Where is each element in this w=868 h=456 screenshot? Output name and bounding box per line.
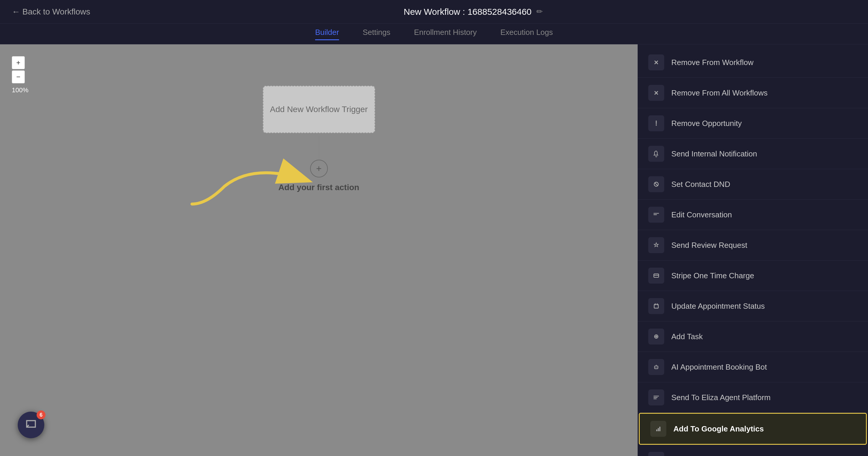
svg-point-28: [656, 367, 657, 368]
remove-from-all-workflows-icon: [648, 85, 664, 101]
sidebar-item-ai-appointment-booking-bot[interactable]: AI Appointment Booking Bot: [638, 352, 868, 382]
chat-badge: 6: [37, 410, 45, 419]
svg-rect-34: [659, 427, 661, 431]
top-nav: ← Back to Workflows New Workflow : 16885…: [0, 0, 868, 24]
remove-from-workflow-icon: [648, 54, 664, 70]
svg-rect-33: [658, 428, 659, 431]
connector-line: [319, 136, 319, 159]
stripe-one-time-charge-icon: [648, 267, 664, 284]
sidebar-item-send-internal-notification[interactable]: Send Internal Notification: [638, 139, 868, 169]
send-review-request-icon: [648, 237, 664, 253]
edit-conversation-icon: [648, 207, 664, 223]
sidebar-item-remove-from-all-workflows[interactable]: Remove From All Workflows: [638, 78, 868, 108]
trigger-label: Add New Workflow Trigger: [270, 105, 368, 114]
chat-widget[interactable]: 6: [18, 411, 44, 438]
send-internal-notification-icon: [648, 146, 664, 162]
workflow-title: New Workflow : 1688528436460: [404, 7, 532, 17]
remove-opportunity-icon: [648, 115, 664, 131]
sidebar-item-set-contact-dnd[interactable]: Set Contact DND: [638, 169, 868, 200]
canvas-area[interactable]: + − 100% Add New Workflow Trigger + Add …: [0, 45, 638, 456]
zoom-level: 100%: [12, 86, 28, 94]
zoom-out-button[interactable]: −: [12, 70, 25, 83]
nav-title: New Workflow : 1688528436460 ✏: [90, 7, 856, 17]
remove-opportunity-label: Remove Opportunity: [671, 119, 742, 128]
send-review-request-label: Send Review Request: [671, 241, 747, 250]
add-action-button[interactable]: +: [310, 160, 328, 177]
edit-title-icon[interactable]: ✏: [536, 7, 543, 16]
tabs-bar: Builder Settings Enrollment History Exec…: [0, 24, 868, 45]
remove-from-workflow-label: Remove From Workflow: [671, 58, 753, 67]
ai-appointment-booking-bot-icon: [648, 359, 664, 375]
send-internal-notification-label: Send Internal Notification: [671, 149, 757, 159]
ai-appointment-booking-bot-label: AI Appointment Booking Bot: [671, 363, 767, 372]
tab-execution-logs[interactable]: Execution Logs: [500, 28, 553, 40]
svg-point-29: [656, 365, 656, 365]
send-to-eliza-label: Send To Eliza Agent Platform: [671, 393, 771, 402]
set-contact-dnd-icon: [648, 176, 664, 192]
add-action-label: Add your first action: [279, 183, 360, 192]
add-to-google-adwords-icon: A: [648, 452, 664, 456]
svg-rect-32: [656, 429, 657, 431]
sidebar-item-add-to-google-analytics[interactable]: Add To Google Analytics: [639, 413, 867, 445]
edit-conversation-label: Edit Conversation: [671, 210, 732, 220]
tab-enrollment-history[interactable]: Enrollment History: [414, 28, 477, 40]
sidebar-item-add-task[interactable]: Add Task: [638, 321, 868, 352]
trigger-box[interactable]: Add New Workflow Trigger: [263, 86, 375, 133]
sidebar-item-remove-from-workflow[interactable]: Remove From Workflow: [638, 47, 868, 78]
svg-rect-8: [653, 151, 659, 157]
tab-settings[interactable]: Settings: [363, 28, 391, 40]
update-appointment-status-label: Update Appointment Status: [671, 302, 765, 311]
sidebar-item-send-to-eliza[interactable]: Send To Eliza Agent Platform: [638, 382, 868, 413]
sidebar-item-add-to-google-adwords[interactable]: A Add To Google Adwords: [638, 445, 868, 456]
back-button[interactable]: ← Back to Workflows: [12, 7, 90, 17]
zoom-controls: + − 100%: [12, 56, 28, 94]
remove-from-all-workflows-label: Remove From All Workflows: [671, 88, 768, 97]
sidebar-item-edit-conversation[interactable]: Edit Conversation: [638, 200, 868, 230]
add-task-label: Add Task: [671, 332, 703, 341]
sidebar-item-send-review-request[interactable]: Send Review Request: [638, 230, 868, 260]
add-to-google-analytics-label: Add To Google Analytics: [673, 424, 764, 433]
set-contact-dnd-label: Set Contact DND: [671, 180, 730, 189]
svg-point-27: [655, 367, 656, 368]
add-to-google-analytics-icon: [650, 421, 666, 437]
add-task-icon: [648, 329, 664, 344]
sidebar-item-stripe-one-time-charge[interactable]: Stripe One Time Charge: [638, 260, 868, 291]
tab-builder[interactable]: Builder: [315, 28, 339, 40]
send-to-eliza-icon: [648, 390, 664, 405]
sidebar: Remove From Workflow Remove From All Wor…: [638, 45, 868, 456]
stripe-one-time-charge-label: Stripe One Time Charge: [671, 271, 754, 280]
sidebar-item-remove-opportunity[interactable]: Remove Opportunity: [638, 108, 868, 139]
main-layout: + − 100% Add New Workflow Trigger + Add …: [0, 45, 868, 456]
sidebar-item-update-appointment-status[interactable]: Update Appointment Status: [638, 291, 868, 321]
update-appointment-status-icon: [648, 298, 664, 314]
zoom-in-button[interactable]: +: [12, 56, 25, 69]
